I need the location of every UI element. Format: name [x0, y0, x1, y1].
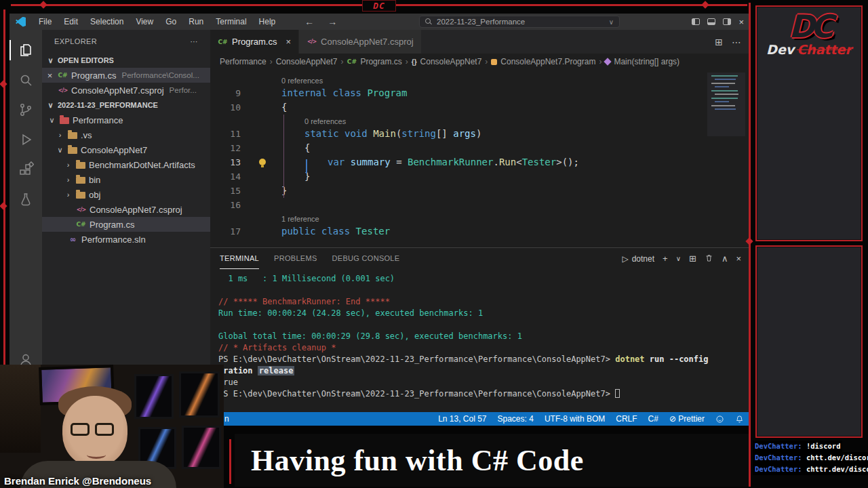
chevron-right-icon: › [64, 176, 73, 184]
webcam-person-glasses [71, 423, 114, 436]
menu-terminal[interactable]: Terminal [210, 17, 252, 26]
code-line-17[interactable]: public class Tester [241, 224, 390, 239]
activity-explorer-icon[interactable] [9, 35, 42, 65]
breadcrumb-item-program-cs[interactable]: C#Program.cs [347, 57, 401, 66]
activity-extensions-icon[interactable] [9, 155, 42, 184]
tree-item-benchmarkdotnet-artifacts[interactable]: ›BenchmarkDotNet.Artifacts [42, 157, 210, 172]
terminal-panel: TERMINALPROBLEMSDEBUG CONSOLE ▷ dotnet +… [210, 247, 749, 412]
code-line-10[interactable]: { [241, 100, 287, 115]
lightbulb-icon[interactable] [259, 159, 266, 165]
breadcrumb-item-main-string-args[interactable]: Main(string[] args) [605, 57, 679, 66]
menu-selection[interactable]: Selection [84, 17, 130, 26]
terminal-line: Global total time: 00:00:29 (29.8 sec), … [218, 331, 749, 342]
terminal-output[interactable]: 1 ms : 1 Millisecond (0.001 sec) // ****… [210, 269, 749, 412]
chevron-right-icon: › [484, 57, 489, 66]
codelens[interactable]: 1 reference [241, 212, 319, 224]
history-back-icon[interactable]: ← [304, 16, 314, 27]
csproj-file-icon: </> [307, 39, 317, 45]
tree-item-consoleappnet7-csproj[interactable]: </>ConsoleAppNet7.csproj [42, 202, 210, 217]
activity-bar [9, 30, 42, 412]
toggle-sidebar-icon[interactable] [692, 18, 700, 25]
toggle-panel-icon[interactable] [707, 18, 715, 25]
breadcrumb-item-consoleappnet7-program[interactable]: ConsoleAppNet7.Program [491, 57, 595, 66]
tree-item-vs[interactable]: ›.vs [42, 127, 210, 142]
menu-run[interactable]: Run [182, 17, 210, 26]
tab-consoleappnet7-csproj[interactable]: </>ConsoleAppNet7.csproj [299, 30, 422, 54]
window-close-icon[interactable]: × [738, 17, 744, 27]
code-line-11[interactable]: static void Main(string[] args) [241, 127, 481, 141]
codelens[interactable]: 0 references [241, 74, 323, 86]
code-line-13[interactable]: var summary = BenchmarkRunner.Run<Tester… [241, 155, 579, 169]
split-editor-icon[interactable]: ⊞ [715, 37, 723, 47]
code-line-15[interactable]: } [241, 184, 287, 198]
chevron-right-icon: › [64, 190, 73, 199]
tree-item-obj[interactable]: ›obj [42, 187, 210, 202]
tree-item-performance[interactable]: ∨Performance [42, 113, 210, 127]
chevron-down-icon[interactable]: ∨ [676, 255, 681, 262]
close-icon[interactable]: × [285, 37, 291, 47]
toggle-secondary-sidebar-icon[interactable] [723, 18, 731, 25]
minimap[interactable] [707, 73, 745, 136]
breadcrumb-item-consoleappnet7[interactable]: {}ConsoleAppNet7 [412, 57, 482, 66]
menu-view[interactable]: View [130, 17, 159, 26]
panel-tab-terminal[interactable]: TERMINAL [220, 248, 259, 269]
activity-testing-icon[interactable] [9, 184, 42, 214]
history-forward-icon[interactable]: → [328, 16, 337, 27]
code-line-12[interactable]: { [241, 141, 310, 155]
tree-item-bin[interactable]: ›bin [42, 172, 210, 187]
stream-stage: DC FileEditSelectionViewGoRunTerminalHel… [0, 0, 868, 488]
new-terminal-icon[interactable]: + [663, 253, 668, 264]
close-icon[interactable]: × [45, 70, 54, 81]
menu-edit[interactable]: Edit [58, 17, 84, 26]
maximize-panel-icon[interactable]: ∧ [722, 253, 728, 264]
status-spaces-4[interactable]: Spaces: 4 [498, 414, 534, 424]
chevron-down-icon: ∨ [46, 101, 55, 110]
workspace-header[interactable]: ∨ 2022-11-23_PERFORMANCE [42, 98, 210, 113]
code-line-9[interactable]: internal class Program [241, 86, 407, 100]
more-actions-icon[interactable]: ⋯ [191, 37, 198, 46]
menu-file[interactable]: File [33, 17, 58, 26]
webcam-poster [182, 426, 221, 469]
code-editor[interactable]: 0 references9internal class Program10{0 … [210, 70, 749, 247]
close-panel-icon[interactable]: × [736, 253, 741, 264]
status-prettier[interactable]: ⊘ Prettier [669, 414, 705, 424]
banner-title: Having fun with C# Code [251, 443, 584, 478]
codelens[interactable]: 0 references [241, 115, 346, 127]
command-center-search[interactable]: 2022-11-23_Performance ∨ [419, 16, 620, 28]
class-icon [491, 59, 497, 65]
more-actions-icon[interactable]: ⋯ [732, 37, 741, 47]
indent-guide-active [306, 159, 307, 174]
panel-tab-problems[interactable]: PROBLEMS [274, 248, 317, 269]
tree-item-performance-sln[interactable]: ∞Performance.sln [42, 232, 210, 247]
menu-help[interactable]: Help [253, 17, 282, 26]
tree-item-consoleappnet7[interactable]: ∨ConsoleAppNet7 [42, 142, 210, 157]
kill-terminal-icon[interactable] [705, 253, 713, 264]
code-line-14[interactable]: } [241, 169, 310, 184]
terminal-line: True [218, 377, 749, 388]
chevron-right-icon: › [56, 131, 64, 139]
status-crlf[interactable]: CRLF [616, 414, 637, 424]
breadcrumb-item-consoleappnet7[interactable]: ConsoleAppNet7 [276, 57, 338, 66]
feedback-smiley-icon[interactable] [715, 415, 724, 424]
menu-go[interactable]: Go [159, 17, 182, 26]
status-c[interactable]: C# [648, 414, 658, 424]
open-editor-program-cs[interactable]: ×C#Program.csPerformance\Consol... [42, 68, 210, 83]
panel-tab-debug-console[interactable]: DEBUG CONSOLE [332, 248, 400, 269]
activity-search-icon[interactable] [9, 65, 42, 95]
tab-program-cs[interactable]: C#Program.cs× [210, 30, 299, 54]
activity-run-debug-icon[interactable] [9, 125, 42, 155]
folder-icon [76, 162, 85, 169]
split-terminal-icon[interactable]: ⊞ [689, 253, 696, 264]
code-line-16[interactable] [241, 198, 281, 212]
notifications-bell-icon[interactable] [735, 415, 744, 424]
webcam-poster [134, 374, 174, 419]
open-editors-header[interactable]: ∨ OPEN EDITORS [42, 53, 210, 68]
status-ln-13-col-57[interactable]: Ln 13, Col 57 [438, 414, 486, 424]
tree-item-program-cs[interactable]: C#Program.cs [42, 217, 210, 232]
activity-source-control-icon[interactable] [9, 95, 42, 125]
open-editor-consoleappnet7-csproj[interactable]: </>ConsoleAppNet7.csprojPerfor... [42, 83, 210, 98]
terminal-shell-selector[interactable]: ▷ dotnet [622, 254, 654, 264]
folder-icon [68, 147, 77, 154]
breadcrumb-item-performance[interactable]: Performance [220, 57, 267, 66]
status-utf-8-with-bom[interactable]: UTF-8 with BOM [545, 414, 605, 424]
